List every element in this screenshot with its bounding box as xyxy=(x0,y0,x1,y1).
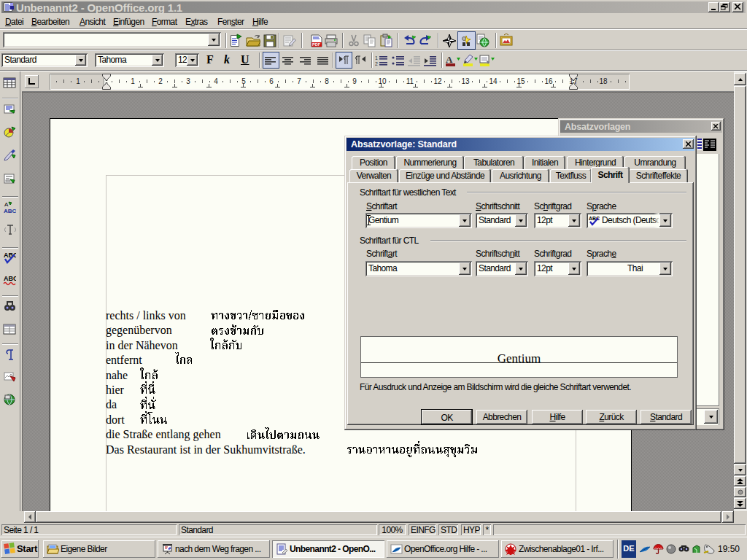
svg-text:ABC: ABC xyxy=(4,275,16,282)
svg-text:2: 2 xyxy=(375,61,378,66)
svg-text:A: A xyxy=(446,54,453,65)
svg-text:ABC: ABC xyxy=(4,208,16,214)
svg-text:PDF: PDF xyxy=(312,42,321,47)
svg-text:1: 1 xyxy=(375,55,378,61)
svg-text:A: A xyxy=(4,201,9,208)
